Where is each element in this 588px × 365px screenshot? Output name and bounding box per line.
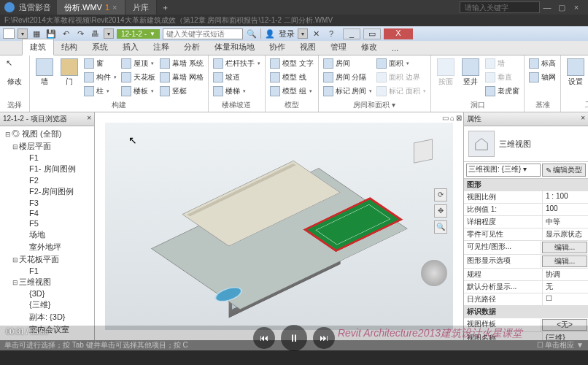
curtain-system-button[interactable]: 幕墙 系统 [158, 57, 205, 70]
tree-node[interactable]: 室外地坪 [1, 241, 93, 253]
ramp-button[interactable]: 坡道 [212, 71, 262, 84]
panel-close-icon[interactable]: × [581, 114, 585, 124]
qat-dropdown[interactable]: ▾ [18, 28, 28, 39]
prop-row[interactable]: 图形显示选项编辑... [464, 255, 588, 269]
window-button[interactable]: 窗 [82, 57, 118, 70]
model-line-button[interactable]: 模型 线 [268, 71, 315, 84]
component-button[interactable]: 构件▾ [82, 71, 118, 84]
prop-row[interactable]: 日光路径☐ [464, 293, 588, 306]
app-menu-button[interactable] [3, 28, 15, 39]
nav-wheel[interactable] [421, 260, 447, 286]
tab-annotate[interactable]: 注释 [146, 39, 177, 55]
tab-analyze[interactable]: 分析 [177, 39, 207, 55]
tab-massing[interactable]: 体量和场地 [207, 39, 262, 55]
tree-node[interactable]: ⊟天花板平面 [1, 253, 93, 266]
wall-button[interactable]: 墙 [33, 57, 56, 87]
model-text-button[interactable]: 模型 文字 [268, 57, 315, 70]
prop-row[interactable]: 视图比例1 : 100 [464, 191, 588, 204]
set-button[interactable]: 设置 [564, 57, 587, 87]
modify-button[interactable]: ↖修改 [3, 57, 26, 87]
level-button[interactable]: 标高 [527, 57, 557, 70]
ceiling-button[interactable]: 天花板 [120, 71, 157, 84]
tree-node[interactable]: ⊟楼层平面 [1, 140, 93, 153]
tab-manage[interactable]: 管理 [323, 39, 354, 55]
tree-node[interactable]: F5 [1, 218, 93, 228]
search-icon[interactable]: 🔍 [246, 28, 258, 39]
tree-node[interactable]: F1- 房间图例 [1, 163, 93, 175]
prop-row[interactable]: 可见性/图形...编辑... [464, 241, 588, 255]
tree-node[interactable]: F2-房间图例 [1, 185, 93, 198]
close-icon[interactable]: × [569, 3, 584, 12]
prop-row[interactable]: 零件可见性显示原状态 [464, 228, 588, 241]
instance-selector[interactable]: 三维视图: {三维} ▾ [466, 164, 541, 177]
player-search-input[interactable] [460, 1, 540, 13]
tab-view[interactable]: 视图 [293, 39, 323, 55]
qat-redo-icon[interactable]: ↷ [74, 28, 86, 39]
tree-node[interactable]: F3 [1, 198, 93, 208]
wall-opening-button[interactable]: 墙 [484, 57, 521, 70]
player-tab-video[interactable]: 份析.WMV 1 × [57, 0, 125, 15]
room-button[interactable]: 房间 [322, 57, 374, 70]
prev-button[interactable]: ⏮ [253, 327, 275, 349]
tree-node[interactable]: F4 [1, 208, 93, 218]
grid-button[interactable]: 轴网 [527, 71, 557, 84]
by-face-button[interactable]: 按面 [434, 57, 457, 87]
qat-undo-icon[interactable]: ↶ [60, 28, 71, 39]
qat-more[interactable]: ▾ [104, 28, 114, 39]
model-group-button[interactable]: 模型 组▾ [268, 85, 315, 98]
tab-structure[interactable]: 结构 [54, 39, 85, 55]
app-search-input[interactable] [163, 28, 243, 39]
floor-button[interactable]: 楼板▾ [120, 85, 157, 98]
chevron-down-icon[interactable]: ▼ [150, 31, 155, 37]
door-button[interactable]: 门 [58, 57, 81, 87]
stair-button[interactable]: 楼梯▾ [212, 85, 262, 98]
area-button[interactable]: 面积▾ [375, 57, 428, 70]
orbit-icon[interactable]: ⟳ [434, 188, 447, 201]
prop-row[interactable]: 比例值 1:100 [464, 204, 588, 216]
tree-node[interactable]: F1 [1, 266, 93, 276]
minimize-icon[interactable]: — [540, 3, 554, 12]
tree-node[interactable]: ⊟三维视图 [1, 276, 93, 288]
viewport-3d[interactable]: ▭ ⌂ ⊠ ↖ ⟳ ✥ 🔍 [95, 112, 464, 340]
view-home-icon[interactable]: ⌂ [450, 114, 454, 122]
tab-extra[interactable]: ... [384, 42, 406, 55]
tag-room-button[interactable]: 标记 房间▾ [322, 85, 374, 98]
properties-grid[interactable]: 图形视图比例1 : 100比例值 1:100详细程度中等零件可见性显示原状态可见… [464, 179, 588, 340]
mullion-button[interactable]: 竖梃 [158, 85, 205, 98]
tree-node[interactable]: F1 [1, 153, 93, 163]
panel-title[interactable]: 12-1-2 - 项目浏览器× [0, 112, 94, 126]
curtain-grid-button[interactable]: 幕墙 网格 [158, 71, 205, 84]
tree-node[interactable]: F2 [1, 175, 93, 185]
qat-open-icon[interactable]: ▦ [31, 28, 42, 39]
login-dropdown[interactable]: ▾ [298, 28, 308, 39]
roof-button[interactable]: 屋顶▾ [120, 57, 157, 70]
area-boundary-button[interactable]: 面积 边界 [375, 71, 428, 84]
app-close-button[interactable]: X [384, 28, 413, 39]
pan-icon[interactable]: ✥ [434, 204, 447, 218]
tab-modify[interactable]: 修改 [354, 39, 384, 55]
close-icon[interactable]: × [112, 3, 117, 12]
zoom-icon[interactable]: 🔍 [434, 220, 447, 234]
user-icon[interactable]: 👤 [264, 28, 276, 39]
tree-node[interactable]: ⊟◎ 视图 (全部) [1, 128, 93, 140]
play-pause-button[interactable]: ⏸ [281, 325, 307, 351]
next-button[interactable]: ⏭ [313, 327, 335, 349]
app-minimize-button[interactable]: _ [343, 28, 360, 39]
login-link[interactable]: 登录 [279, 28, 295, 39]
prop-row[interactable]: 规程协调 [464, 269, 588, 281]
tree-node[interactable]: {3D} [1, 288, 93, 299]
dormer-button[interactable]: 老虎窗 [484, 85, 521, 98]
tab-architecture[interactable]: 建筑 [22, 39, 54, 55]
shaft-button[interactable]: 竖井 [459, 57, 482, 87]
view-close-icon[interactable]: ⊠ [456, 114, 462, 122]
view-toggle-icon[interactable]: ▭ [442, 114, 449, 122]
app-maximize-button[interactable]: ▭ [363, 28, 381, 39]
railing-button[interactable]: 栏杆扶手▾ [212, 57, 262, 70]
column-button[interactable]: 柱▾ [82, 85, 118, 98]
tab-collab[interactable]: 协作 [262, 39, 293, 55]
edit-type-button[interactable]: ✎编辑类型 [542, 164, 586, 177]
maximize-icon[interactable]: ▢ [554, 3, 569, 12]
help-icon[interactable]: ? [325, 28, 337, 39]
tag-area-button[interactable]: 标记 面积▾ [375, 85, 428, 98]
tab-insert[interactable]: 插入 [115, 39, 146, 55]
